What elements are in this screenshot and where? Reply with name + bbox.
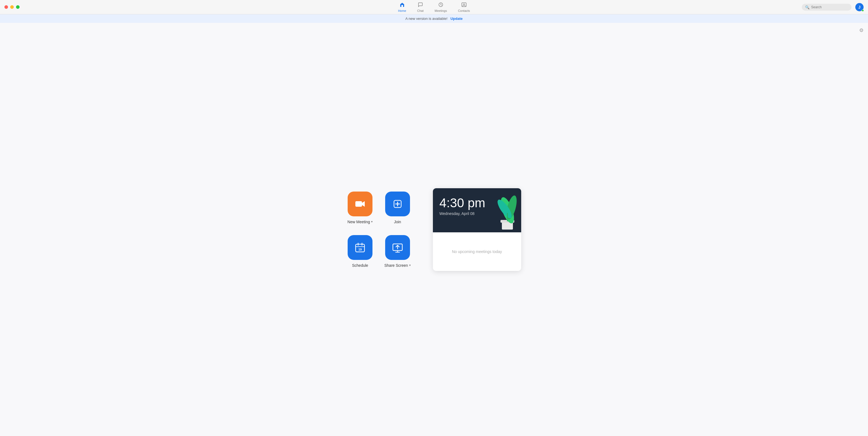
nav-contacts-label: Contacts bbox=[458, 9, 470, 12]
calendar-header: 4:30 pm Wednesday, April 08 bbox=[433, 188, 521, 232]
share-screen-label: Share Screen ▾ bbox=[384, 263, 411, 268]
search-icon: 🔍 bbox=[805, 5, 809, 9]
home-icon bbox=[399, 2, 405, 8]
calendar-body: No upcoming meetings today bbox=[433, 232, 521, 271]
new-meeting-chevron: ▾ bbox=[371, 220, 373, 224]
search-input[interactable] bbox=[811, 5, 848, 9]
window-controls bbox=[4, 5, 20, 9]
join-item[interactable]: Join bbox=[384, 192, 411, 224]
new-meeting-item[interactable]: New Meeting ▾ bbox=[347, 192, 373, 224]
nav: Home Chat Meetings bbox=[393, 0, 476, 14]
meetings-icon bbox=[438, 2, 444, 8]
share-screen-item[interactable]: Share Screen ▾ bbox=[384, 235, 411, 268]
search-area[interactable]: 🔍 bbox=[802, 4, 851, 10]
calendar-card: 4:30 pm Wednesday, April 08 bbox=[433, 188, 521, 271]
nav-chat-label: Chat bbox=[417, 9, 424, 12]
chat-icon bbox=[418, 2, 423, 8]
join-button[interactable] bbox=[385, 192, 410, 216]
schedule-button[interactable]: 19 bbox=[348, 235, 372, 260]
update-banner: A new version is available! Update bbox=[0, 14, 868, 23]
svg-text:19: 19 bbox=[359, 248, 362, 251]
new-meeting-button[interactable] bbox=[348, 192, 372, 216]
settings-gear-icon[interactable]: ⚙ bbox=[859, 27, 864, 33]
svg-rect-2 bbox=[462, 3, 466, 7]
schedule-label: Schedule bbox=[352, 263, 368, 268]
nav-contacts[interactable]: Contacts bbox=[453, 0, 475, 14]
action-grid: New Meeting ▾ Join bbox=[347, 192, 410, 268]
svg-rect-4 bbox=[355, 201, 362, 207]
contacts-icon bbox=[461, 2, 467, 8]
nav-home-label: Home bbox=[398, 9, 406, 12]
user-avatar[interactable]: J bbox=[855, 3, 864, 11]
close-button[interactable] bbox=[4, 5, 8, 9]
svg-point-3 bbox=[463, 4, 465, 5]
nav-chat[interactable]: Chat bbox=[412, 0, 429, 14]
new-meeting-label: New Meeting ▾ bbox=[347, 220, 373, 224]
share-screen-chevron: ▾ bbox=[409, 264, 411, 267]
nav-home[interactable]: Home bbox=[393, 0, 412, 14]
schedule-item[interactable]: 19 Schedule bbox=[347, 235, 373, 268]
no-meetings-text: No upcoming meetings today bbox=[452, 249, 502, 254]
plant-decoration bbox=[494, 188, 521, 232]
svg-rect-0 bbox=[401, 5, 403, 7]
main-content: ⚙ New Meeting ▾ bbox=[0, 23, 868, 436]
minimize-button[interactable] bbox=[10, 5, 14, 9]
nav-meetings[interactable]: Meetings bbox=[429, 0, 453, 14]
home-panel: New Meeting ▾ Join bbox=[347, 188, 521, 271]
maximize-button[interactable] bbox=[16, 5, 20, 9]
avatar-status-dot bbox=[862, 9, 864, 11]
share-screen-button[interactable] bbox=[385, 235, 410, 260]
titlebar: Home Chat Meetings bbox=[0, 0, 868, 14]
update-link[interactable]: Update bbox=[451, 16, 463, 21]
join-label: Join bbox=[394, 220, 401, 224]
nav-meetings-label: Meetings bbox=[435, 9, 447, 12]
banner-message: A new version is available! bbox=[405, 16, 447, 21]
